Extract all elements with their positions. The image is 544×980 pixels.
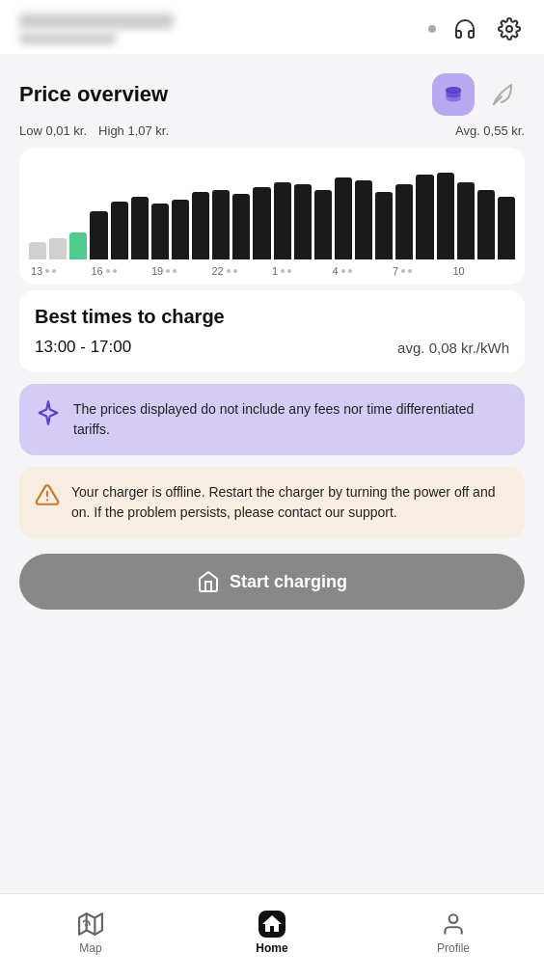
chart-label-dot	[408, 269, 412, 273]
info-box-purple: The prices displayed do not include any …	[19, 384, 525, 455]
purple-info-text: The prices displayed do not include any …	[73, 399, 509, 440]
chart-bar	[314, 190, 332, 259]
chart-label-text: 1	[272, 265, 278, 277]
chart-bar	[69, 232, 87, 259]
chart-label-dot	[341, 269, 345, 273]
chart-label-group: 4	[333, 265, 394, 277]
header	[0, 0, 544, 54]
chart-label-dot	[113, 269, 117, 273]
chart-label-dot	[52, 269, 56, 273]
chart-label-text: 19	[151, 265, 163, 277]
chart-bar	[29, 242, 46, 259]
header-title	[19, 14, 174, 29]
chart-label-dot	[166, 269, 170, 273]
chart-bar	[172, 200, 189, 259]
chart-bar	[212, 190, 230, 259]
warning-triangle-icon	[35, 482, 60, 511]
main-content: Price overview	[0, 54, 544, 893]
chart-bar	[498, 197, 515, 259]
price-range-left: Low 0,01 kr. High 1,07 kr.	[19, 123, 169, 138]
chart-bar	[375, 192, 393, 259]
chart-bar	[355, 180, 372, 259]
price-chart: 1316192214710	[19, 148, 525, 285]
chart-label-text: 16	[92, 265, 103, 277]
high-price: High 1,07 kr.	[98, 123, 169, 138]
nav-profile-label: Profile	[437, 941, 470, 955]
nav-item-home[interactable]: Home	[233, 911, 311, 955]
nav-item-profile[interactable]: Profile	[415, 911, 492, 955]
low-price: Low 0,01 kr.	[19, 123, 87, 138]
warning-info-text: Your charger is offline. Restart the cha…	[71, 482, 509, 523]
headphones-button[interactable]	[449, 14, 480, 44]
status-dot	[428, 25, 436, 33]
chart-bar	[232, 194, 250, 259]
svg-point-0	[506, 26, 512, 32]
price-overview-header: Price overview	[19, 73, 525, 116]
chart-label-text: 4	[333, 265, 339, 277]
chart-bar	[395, 184, 413, 259]
chart-label-group: 16	[92, 265, 152, 277]
chart-bar	[294, 184, 312, 259]
chart-label-text: 7	[393, 265, 398, 277]
chart-label-dot	[281, 269, 285, 273]
settings-button[interactable]	[494, 14, 525, 44]
chart-label-dot	[401, 269, 405, 273]
chart-bar	[274, 182, 291, 259]
chart-label-dot	[348, 269, 352, 273]
chart-label-group: 1	[272, 265, 333, 277]
profile-icon	[440, 911, 467, 938]
best-times-title: Best times to charge	[35, 306, 509, 328]
chart-label-group: 7	[393, 265, 453, 277]
price-overview-title: Price overview	[19, 82, 168, 107]
chart-label-dot	[287, 269, 291, 273]
chart-labels: 1316192214710	[29, 265, 515, 277]
nav-map-label: Map	[79, 941, 101, 955]
time-range: 13:00 - 17:00	[35, 338, 131, 357]
chart-bar	[335, 177, 352, 259]
chart-bar	[49, 238, 67, 259]
best-times-section: Best times to charge 13:00 - 17:00 avg. …	[19, 290, 525, 372]
svg-point-9	[449, 914, 458, 923]
chart-label-dot	[45, 269, 49, 273]
svg-point-8	[85, 923, 88, 926]
view-toggle-icons	[432, 73, 525, 116]
nav-home-label: Home	[256, 941, 287, 955]
chart-label-text: 13	[31, 265, 42, 277]
chart-bar	[151, 204, 169, 259]
start-charging-label: Start charging	[230, 572, 347, 592]
info-box-warning: Your charger is offline. Restart the cha…	[19, 467, 525, 538]
bottom-nav: Map Home Profile	[0, 893, 544, 980]
chart-label-dot	[227, 269, 231, 273]
home-icon	[258, 911, 286, 938]
chart-label-text: 22	[212, 265, 224, 277]
chart-bar	[477, 190, 495, 259]
nav-item-map[interactable]: Map	[52, 911, 129, 955]
chart-bar	[457, 182, 475, 259]
map-icon	[77, 911, 104, 938]
chart-label-text: 10	[453, 265, 465, 277]
chart-label-dot	[173, 269, 177, 273]
header-left	[19, 14, 174, 44]
chart-label-group: 22	[212, 265, 273, 277]
chart-bar	[111, 202, 128, 259]
svg-marker-5	[79, 913, 102, 935]
coins-view-button[interactable]	[432, 73, 475, 116]
avg-kwh-price: avg. 0,08 kr./kWh	[397, 340, 509, 356]
chart-bar	[131, 197, 149, 259]
leaf-view-button[interactable]	[482, 73, 525, 116]
chart-bar	[192, 192, 209, 259]
chart-label-group: 19	[151, 265, 212, 277]
chart-label-dot	[233, 269, 237, 273]
start-charging-button[interactable]: Start charging	[19, 554, 525, 610]
header-icons	[428, 14, 525, 44]
header-subtitle	[19, 33, 116, 44]
chart-bar	[437, 173, 454, 259]
bars-wrapper	[29, 163, 515, 259]
chart-bar	[253, 187, 270, 259]
chart-label-dot	[106, 269, 110, 273]
price-range-row: Low 0,01 kr. High 1,07 kr. Avg. 0,55 kr.	[19, 123, 525, 138]
chart-bar	[416, 175, 433, 259]
app-container: Price overview	[0, 0, 544, 980]
sparkle-icon	[35, 399, 62, 430]
avg-price-label: Avg. 0,55 kr.	[455, 123, 525, 138]
